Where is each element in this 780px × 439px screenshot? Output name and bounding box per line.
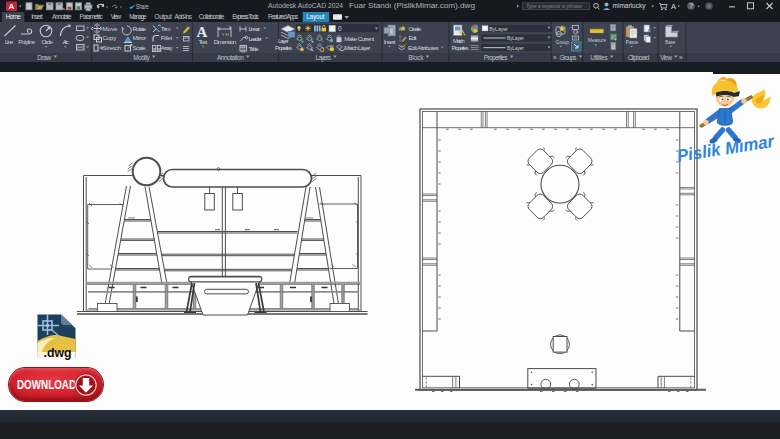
svg-text:Pislik Mımar: Pislik Mımar — [675, 131, 776, 166]
svg-text:.dwg: .dwg — [44, 346, 72, 360]
